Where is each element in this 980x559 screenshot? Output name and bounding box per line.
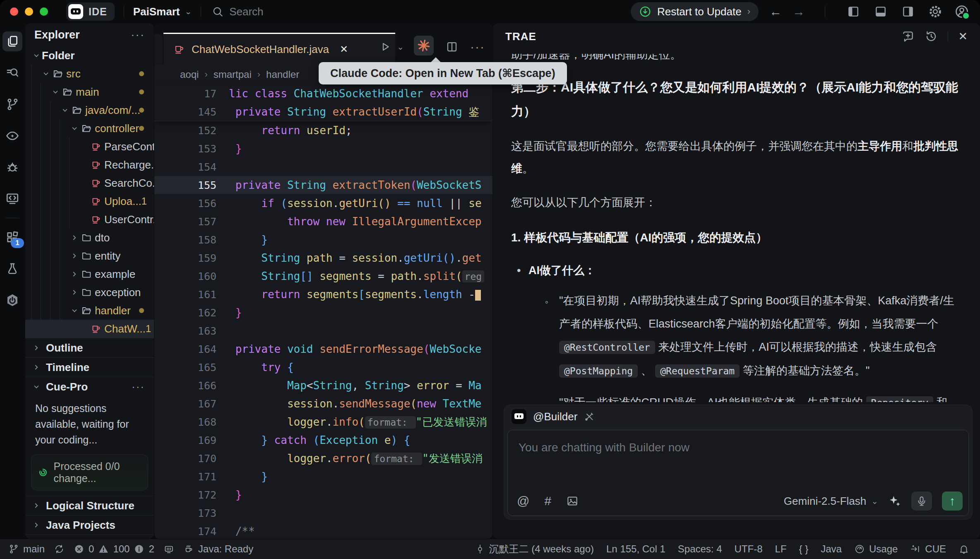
indent-guide bbox=[41, 101, 50, 119]
chat-input-box[interactable]: You are chatting with Builder now @ # Ge… bbox=[507, 430, 969, 516]
tree-item[interactable]: ParseCont... bbox=[25, 137, 154, 156]
git-blame[interactable]: 沉默王二 (4 weeks ago) bbox=[475, 542, 594, 556]
tab-chatwebsockethandler[interactable]: ChatWebSocketHandler.java ✕ bbox=[163, 33, 395, 65]
git-branch-status[interactable]: main bbox=[8, 543, 45, 555]
message-heading: 第二步：AI具体做了什么？您又是如何利用AI提效的？（展示AI能力和您的驾驭能力… bbox=[511, 75, 961, 123]
restart-to-update-button[interactable]: Restart to Update › bbox=[631, 2, 759, 21]
run-button[interactable] bbox=[377, 39, 394, 55]
tree-item[interactable]: src bbox=[25, 65, 154, 83]
claude-code-button[interactable] bbox=[414, 36, 434, 55]
sidebar-section-outline[interactable]: Outline bbox=[25, 338, 154, 357]
minimize-window-button[interactable] bbox=[25, 7, 33, 16]
cue-status[interactable]: CUE bbox=[910, 543, 946, 555]
sidebar-section-java-projects[interactable]: Java Projects bbox=[25, 515, 154, 535]
run-dropdown-chevron[interactable]: ⌄ bbox=[397, 42, 404, 52]
chevron-right-icon: › bbox=[204, 69, 207, 80]
tree-item[interactable]: entity bbox=[25, 247, 154, 265]
tree-item[interactable]: UserContr... bbox=[25, 210, 154, 229]
global-search[interactable]: Search bbox=[212, 5, 263, 18]
language-mode[interactable]: Java bbox=[821, 543, 842, 555]
sidebar-section-maven[interactable]: Maven bbox=[25, 535, 154, 539]
message-subheading: 1. 样板代码与基础配置（AI的强项，您的提效点） bbox=[511, 227, 961, 248]
tree-item[interactable]: exception bbox=[25, 283, 154, 301]
activity-test-button[interactable] bbox=[2, 259, 22, 279]
activity-search-button[interactable] bbox=[2, 63, 22, 83]
cursor-position[interactable]: Ln 155, Col 1 bbox=[606, 543, 665, 555]
account-avatar-button[interactable] bbox=[954, 4, 969, 19]
close-tab-icon[interactable]: ✕ bbox=[340, 43, 348, 55]
indentation[interactable]: Spaces: 4 bbox=[678, 543, 722, 555]
editor-surface[interactable]: aoqi› smartpai› handler 17lic class Chat… bbox=[154, 65, 492, 539]
navigate-back-button[interactable]: ← bbox=[769, 5, 782, 19]
tree-item[interactable]: Folder bbox=[25, 46, 154, 65]
chevron-right-icon: › bbox=[257, 69, 260, 80]
tree-item[interactable]: main bbox=[25, 83, 154, 101]
bracket-pair[interactable]: { } bbox=[799, 543, 809, 555]
encoding[interactable]: UTF-8 bbox=[735, 543, 763, 555]
activity-explorer-button[interactable] bbox=[2, 31, 22, 51]
sidebar-section-cue-pro[interactable]: Cue-Pro··· bbox=[25, 377, 154, 396]
section-more-button[interactable]: ··· bbox=[132, 381, 145, 393]
new-chat-icon[interactable] bbox=[901, 30, 915, 43]
activity-plugins-button[interactable] bbox=[2, 290, 22, 310]
breadcrumb-item[interactable]: aoqi bbox=[180, 69, 199, 80]
activity-extensions-button[interactable]: 1 bbox=[2, 227, 22, 247]
voice-input-button[interactable] bbox=[911, 492, 932, 511]
close-panel-icon[interactable]: ✕ bbox=[958, 30, 968, 43]
split-editor-button[interactable] bbox=[444, 39, 460, 55]
editor-group[interactable]: ChatWebSocketHandler.java ✕ ⌄ ··· aoqi› … bbox=[154, 23, 492, 539]
ai-status-button[interactable] bbox=[163, 544, 174, 554]
tools-icon[interactable] bbox=[584, 411, 595, 422]
editor-more-button[interactable]: ··· bbox=[470, 40, 485, 54]
tree-item[interactable]: example bbox=[25, 265, 154, 283]
toggle-left-panel-button[interactable] bbox=[845, 3, 862, 20]
send-button[interactable]: ↑ bbox=[942, 492, 963, 511]
sync-button[interactable] bbox=[54, 544, 65, 554]
activity-source-control-button[interactable] bbox=[2, 94, 22, 114]
tree-item[interactable]: handler bbox=[25, 301, 154, 320]
activity-debug-button[interactable] bbox=[2, 157, 22, 177]
zoom-window-button[interactable] bbox=[40, 7, 48, 16]
tree-item[interactable]: Recharge... bbox=[25, 156, 154, 174]
window-controls[interactable] bbox=[10, 7, 48, 16]
git-branch-icon bbox=[5, 97, 19, 111]
sparkle-enhance-button[interactable] bbox=[888, 494, 901, 508]
ide-logo-pill[interactable]: IDE bbox=[66, 2, 115, 21]
activity-terminal-button[interactable] bbox=[2, 189, 22, 209]
java-status[interactable]: Java: Ready bbox=[183, 543, 253, 555]
sidebar-section-logical-structure[interactable]: Logical Structure bbox=[25, 496, 154, 515]
mention-button[interactable]: @ bbox=[517, 494, 529, 508]
activity-preview-button[interactable] bbox=[2, 126, 22, 146]
close-window-button[interactable] bbox=[10, 7, 18, 16]
toggle-bottom-panel-button[interactable] bbox=[872, 3, 889, 20]
tree-item[interactable]: java/com/... bbox=[25, 101, 154, 119]
navigate-forward-button[interactable]: → bbox=[793, 5, 805, 19]
usage-status[interactable]: Usage bbox=[854, 543, 898, 555]
indent-guide bbox=[41, 210, 50, 229]
problems-status[interactable]: 0 100 2 bbox=[74, 543, 154, 555]
tree-item[interactable]: controller bbox=[25, 119, 154, 137]
tree-item[interactable]: Uploa...1 bbox=[25, 192, 154, 210]
breadcrumb-item[interactable]: handler bbox=[266, 69, 299, 80]
attach-image-button[interactable] bbox=[566, 495, 579, 507]
cue-pro-processed-card[interactable]: Processed 0/0 change... bbox=[31, 454, 148, 491]
code-line-164: 164 private void sendErrorMessage(WebSoc… bbox=[154, 340, 492, 358]
sidebar-section-timeline[interactable]: Timeline bbox=[25, 357, 154, 377]
project-switcher[interactable]: PaiSmart ⌄ bbox=[133, 5, 192, 18]
previous-tab-sliver[interactable] bbox=[154, 34, 163, 65]
chat-agent-row[interactable]: @Builder bbox=[504, 405, 972, 428]
tree-item[interactable]: dto bbox=[25, 229, 154, 247]
context-hash-button[interactable]: # bbox=[544, 494, 551, 508]
toggle-right-panel-button[interactable] bbox=[900, 3, 916, 20]
tree-item[interactable]: SearchCo... bbox=[25, 174, 154, 192]
indent-guide bbox=[31, 229, 41, 247]
tree-item[interactable]: ChatW...1 bbox=[25, 320, 154, 338]
history-icon[interactable] bbox=[925, 30, 938, 43]
eol-sequence[interactable]: LF bbox=[775, 543, 787, 555]
settings-gear-button[interactable] bbox=[927, 3, 944, 20]
notifications-button[interactable] bbox=[958, 544, 969, 554]
model-selector[interactable]: Gemini-2.5-Flash ⌄ bbox=[784, 495, 878, 508]
chat-message-area[interactable]: 助手/加速器，明确AI的辅助定位。第二步：AI具体做了什么？您又是如何利用AI提… bbox=[511, 54, 961, 402]
explorer-more-button[interactable]: ··· bbox=[131, 28, 145, 41]
breadcrumb-item[interactable]: smartpai bbox=[214, 69, 252, 80]
